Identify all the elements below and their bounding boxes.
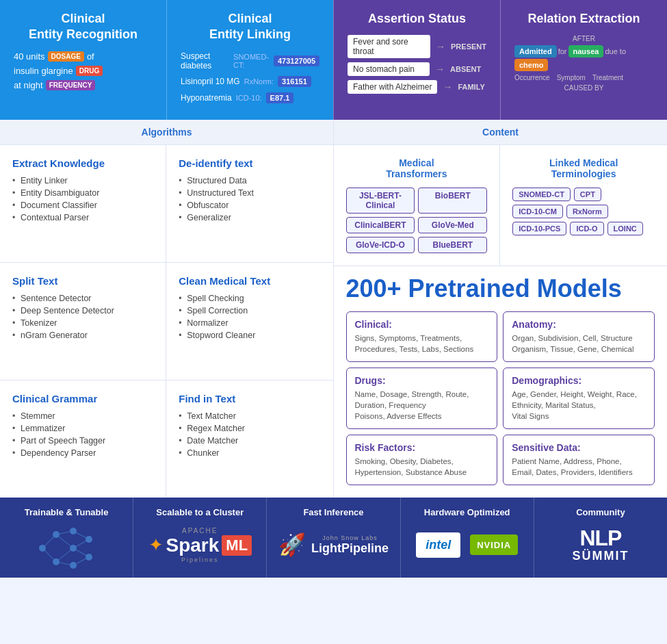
entity-line-2: insulin glargine DRUG xyxy=(14,66,153,76)
entity-post-1: of xyxy=(87,51,94,62)
apache-label: APACHE xyxy=(182,527,218,534)
assertion-content: Fever and sore throat → PRESENT No stoma… xyxy=(348,35,486,94)
linking-row-1: Suspect diabetes SNOMED-CT: 473127005 xyxy=(181,51,319,70)
assertion-status-2: ABSENT xyxy=(450,65,481,73)
cel-title: ClinicalEntity Linking xyxy=(181,11,319,43)
entity-pre-2: insulin glargine xyxy=(14,66,73,76)
list-item: Tokenizer xyxy=(12,318,153,328)
relation-sublabel-symptom: Symptom xyxy=(557,74,586,81)
terminologies-card: Linked MedicalTerminologies SNOMED-CT CP… xyxy=(500,145,667,266)
list-item: Entity Disambiguator xyxy=(12,188,153,198)
algorithms-grid: Extract Knowledge Entity Linker Entity D… xyxy=(0,145,334,498)
pretrained-anatomy-text: Organ, Subdivision, Cell, StructureOrgan… xyxy=(512,333,646,355)
pretrained-risk-title: Risk Factors: xyxy=(355,442,489,453)
list-item: Stopword Cleaner xyxy=(179,331,320,340)
hardware-title: Hardware Optimized xyxy=(408,507,527,517)
svg-line-16 xyxy=(73,548,89,557)
cel-content: Suspect diabetes SNOMED-CT: 473127005 Li… xyxy=(181,51,319,103)
transformers-tags: JSL-BERT-Clinical BioBERT ClinicalBERT G… xyxy=(346,188,488,253)
extract-knowledge-title: Extract Knowledge xyxy=(12,157,153,169)
svg-line-8 xyxy=(42,534,56,548)
list-item: Unstructured Text xyxy=(179,188,320,198)
scalable-title: Scalable to a Cluster xyxy=(140,507,259,517)
list-item: Lemmatizer xyxy=(12,424,153,433)
entity-pre-3: at night xyxy=(14,80,43,90)
split-text-list: Sentence Detector Deep Sentence Detector… xyxy=(12,294,153,340)
relation-sublabel-treatment: Treatment xyxy=(592,74,623,81)
spark-star-icon: ✦ xyxy=(148,534,164,556)
assertion-arrow-1: → xyxy=(436,41,445,52)
section-headers: Algorithms Content xyxy=(0,120,667,145)
nvidia-logo: NVIDIA xyxy=(470,534,518,555)
bottom-cell-community: Community NLP SÜMMIT xyxy=(534,498,667,578)
entity-pre-1: 40 units xyxy=(14,51,45,62)
cer-title: ClinicalEntity Recognition xyxy=(14,11,153,43)
algo-card-extract-knowledge: Extract Knowledge Entity Linker Entity D… xyxy=(0,145,166,263)
pretrained-title: 200+ Pretrained Models xyxy=(346,274,655,303)
assertion-row-2: No stomach pain → ABSENT xyxy=(348,62,486,76)
assertion-text-2: No stomach pain xyxy=(348,62,430,76)
linking-code-3: E87.1 xyxy=(266,92,294,103)
linking-vocab-1: SNOMED-CT: xyxy=(233,53,270,69)
relation-caused-label: CAUSED BY xyxy=(514,84,653,92)
svg-line-11 xyxy=(56,534,73,548)
bottom-cell-hardware: Hardware Optimized intel NVIDIA xyxy=(401,498,534,578)
linking-code-2: 316151 xyxy=(278,76,311,87)
list-item: Chunker xyxy=(179,448,320,458)
linking-term-1: Suspect diabetes xyxy=(181,51,229,70)
linking-term-2: Lisinopril 10 MG xyxy=(181,77,240,86)
svg-line-15 xyxy=(73,539,89,548)
pretrained-anatomy-title: Anatomy: xyxy=(512,319,646,330)
list-item: Spell Checking xyxy=(179,294,320,303)
terminologies-title: Linked MedicalTerminologies xyxy=(512,157,655,179)
list-item: Entity Linker xyxy=(12,176,153,185)
main-content: Extract Knowledge Entity Linker Entity D… xyxy=(0,145,667,498)
intel-logo: intel xyxy=(416,532,460,558)
list-item: Deep Sentence Detector xyxy=(12,306,153,315)
clean-text-title: Clean Medical Text xyxy=(179,275,320,287)
list-item: Part of Speech Tagger xyxy=(12,436,153,446)
entity-line-3: at night FREQUENCY xyxy=(14,80,153,90)
linking-row-3: Hyponatremia ICD-10: E87.1 xyxy=(181,92,319,103)
cer-cell: ClinicalEntity Recognition 40 units DOSA… xyxy=(0,0,166,120)
dosage-tag: DOSAGE xyxy=(48,51,84,62)
assertion-status-1: PRESENT xyxy=(451,42,486,51)
svg-line-17 xyxy=(73,557,89,565)
hardware-logos: intel NVIDIA xyxy=(416,532,518,558)
entity-line-1: 40 units DOSAGE of xyxy=(14,51,153,62)
clinical-grammar-title: Clinical Grammar xyxy=(12,393,153,404)
list-item: Generalizer xyxy=(179,213,320,222)
rocket-icon: 🚀 xyxy=(278,532,306,558)
fast-inference-title: Fast Inference xyxy=(274,507,393,517)
relation-title: Relation Extraction xyxy=(514,11,653,27)
list-item: Stemmer xyxy=(12,411,153,421)
assertion-cell: Assertion Status Fever and sore throat →… xyxy=(333,0,500,120)
terminologies-tags: SNOMED-CT CPT ICD-10-CM RxNorm ICD-10-PC… xyxy=(512,188,655,235)
transformer-tag-glove-med: GloVe-Med xyxy=(418,217,487,233)
linking-code-1: 473127005 xyxy=(274,55,319,66)
pretrained-section: 200+ Pretrained Models Clinical: Signs, … xyxy=(334,266,668,498)
pretrained-sensitive-text: Patient Name, Address, Phone,Email, Date… xyxy=(512,456,646,478)
extract-knowledge-list: Entity Linker Entity Disambiguator Docum… xyxy=(12,176,153,222)
find-text-list: Text Matcher Regex Matcher Date Matcher … xyxy=(179,411,320,458)
pretrained-sensitive-title: Sensitive Data: xyxy=(512,442,646,453)
algo-card-de-identify: De-identify text Structured Data Unstruc… xyxy=(166,145,332,263)
list-item: Regex Matcher xyxy=(179,424,320,433)
spark-pipelines-label: Pipelines xyxy=(181,556,219,563)
relation-sublabel-occurrence: Occurrence xyxy=(514,74,550,81)
svg-line-9 xyxy=(42,548,56,562)
lp-sub-label: John Snow Labs xyxy=(311,534,389,541)
list-item: Dependency Parser xyxy=(12,448,153,458)
relation-cell: Relation Extraction AFTER Admitted for n… xyxy=(500,0,667,120)
relation-content: AFTER Admitted for nausea due to chemo O… xyxy=(514,35,653,92)
relation-due-to: due to xyxy=(605,47,626,55)
relation-boxes: Admitted for nausea due to chemo xyxy=(514,45,653,71)
cer-content: 40 units DOSAGE of insulin glargine DRUG… xyxy=(14,51,153,90)
nvidia-text: NVIDIA xyxy=(477,540,511,550)
linking-row-2: Lisinopril 10 MG RxNorm: 316151 xyxy=(181,76,319,87)
pretrained-sensitive-data: Sensitive Data: Patient Name, Address, P… xyxy=(503,435,655,485)
transformer-tag-jsbert: JSL-BERT-Clinical xyxy=(346,188,415,214)
hardware-icon: intel NVIDIA xyxy=(408,524,527,565)
pretrained-demographics: Demographics: Age, Gender, Height, Weigh… xyxy=(503,368,655,429)
transformers-card: MedicalTransformers JSL-BERT-Clinical Bi… xyxy=(334,145,501,266)
